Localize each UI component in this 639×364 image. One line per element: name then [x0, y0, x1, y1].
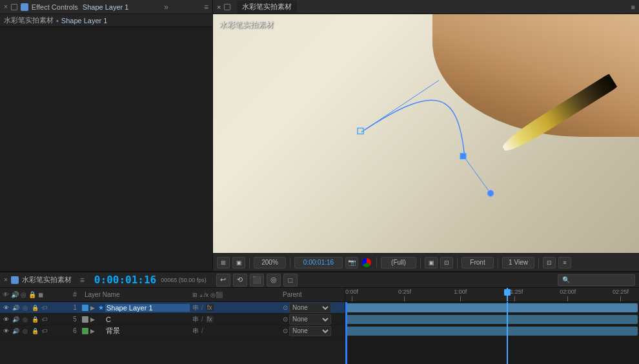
effect-controls-expand[interactable]: »	[164, 3, 168, 12]
layer-lock-icon[interactable]: 🔒	[30, 327, 39, 336]
layer-solo-icon[interactable]: ◎	[21, 303, 30, 312]
track-clip[interactable]	[347, 303, 637, 312]
timeline-section: × 水彩笔实拍素材 ≡ 0:00:01:16 00065 (50.00 fps)…	[0, 271, 639, 364]
comp-monitor3-btn[interactable]: ⊡	[440, 257, 453, 268]
tl-tool-4[interactable]: ◎	[267, 274, 281, 287]
layer-eye-icon[interactable]: 👁	[1, 327, 10, 336]
layer-audio-icon[interactable]: 🔊	[11, 303, 20, 312]
comp-monitor2-btn[interactable]: ▣	[425, 257, 438, 268]
toolbar-divider-5	[457, 258, 458, 268]
timeline-title: 水彩笔实拍素材	[22, 275, 72, 285]
layer-tag-icon[interactable]: 🏷	[40, 327, 49, 336]
layer-fx-label[interactable]: fx	[206, 316, 214, 323]
timeline-time-display[interactable]: 0:00:01:16	[94, 274, 156, 286]
layer-row[interactable]: 👁 🔊 ◎ 🔒 🏷 5 ▶ C 串 / fx ⊙ None	[0, 314, 345, 325]
timeline-ruler[interactable]: 0:00f 0:25f 1:00f 01:25f 02:00f 02:25f	[345, 288, 639, 302]
lock-icon	[11, 4, 17, 10]
track-clip[interactable]	[347, 327, 637, 336]
layer-expand-btn[interactable]: ▶	[90, 328, 98, 334]
layer-panel: 👁 🔊 ◎ 🔒 ◼ # Layer Name ⊞ ⟁ /x ◎⬛ Parent …	[0, 288, 345, 364]
ruler-tick	[352, 296, 352, 301]
layer-controls: 👁 🔊 ◎ 🔒 🏷	[0, 327, 68, 336]
layer-expand-btn[interactable]: ▶	[90, 316, 98, 323]
layer-name[interactable]: 背景	[106, 326, 190, 336]
layer-switch-chain[interactable]: 串	[192, 327, 199, 336]
composition-close[interactable]: ×	[217, 3, 221, 11]
layer-audio-icon[interactable]: 🔊	[11, 327, 20, 336]
layer-fx-label[interactable]: fx	[206, 304, 214, 311]
layer-eye-icon[interactable]: 👁	[1, 303, 10, 312]
breadcrumb-comp-name[interactable]: 水彩笔实拍素材	[4, 15, 54, 25]
layer-row[interactable]: 👁 🔊 ◎ 🔒 🏷 1 ▶ ★ Shape Layer 1 串 / fx ⊙ N…	[0, 302, 345, 314]
ruler-mark: 1:00f	[454, 288, 467, 301]
layer-lock-icon[interactable]: 🔒	[30, 315, 39, 324]
col-color-icon: ◼	[38, 291, 43, 298]
col-name-header: Layer Name	[82, 291, 190, 298]
timeline-close[interactable]: ×	[4, 276, 8, 283]
col-eye-icon: 👁	[3, 291, 9, 298]
layer-switch-chain[interactable]: 串	[192, 303, 199, 312]
layer-tag-icon[interactable]: 🏷	[40, 303, 49, 312]
layer-name[interactable]: C	[106, 316, 190, 323]
layer-switch-slash: /	[201, 304, 203, 311]
composition-menu[interactable]: ≡	[631, 3, 635, 11]
col-solo-icon: ◎	[21, 291, 26, 298]
comp-timecode-btn[interactable]: 0:00:01:16	[294, 257, 343, 268]
composition-header: × 水彩笔实拍素材 ≡	[213, 0, 639, 14]
comp-grid-btn[interactable]: ⊞	[217, 257, 230, 268]
layer-audio-icon[interactable]: 🔊	[11, 315, 20, 324]
layer-parent-control: ⊙ None	[280, 326, 345, 336]
comp-extra-2[interactable]: ≡	[558, 257, 571, 268]
parent-select[interactable]: None	[289, 303, 331, 313]
layer-number: 6	[68, 327, 82, 334]
layer-star-icon[interactable]: ★	[98, 304, 104, 311]
effect-controls-panel-icon	[21, 3, 28, 11]
toolbar-divider-2	[290, 258, 290, 268]
layer-switch-chain[interactable]: 串	[192, 315, 199, 324]
layer-switches: 串 / fx	[190, 303, 280, 312]
layer-tag-icon[interactable]: 🏷	[40, 315, 49, 324]
layer-solo-icon[interactable]: ◎	[21, 327, 30, 336]
layer-row[interactable]: 👁 🔊 ◎ 🔒 🏷 6 ▶ 背景 串 / ⊙ None	[0, 325, 345, 337]
effect-controls-close[interactable]: ×	[4, 3, 8, 10]
tl-tool-5[interactable]: □	[283, 274, 298, 287]
layer-name[interactable]: Shape Layer 1	[105, 304, 190, 312]
parent-select[interactable]: None	[289, 326, 331, 336]
track-row[interactable]	[345, 325, 639, 337]
comp-monitor-btn[interactable]: ▣	[232, 257, 245, 268]
comp-zoom-btn[interactable]: 200%	[254, 257, 286, 268]
parent-select[interactable]: None	[289, 314, 331, 325]
ruler-playhead-overlay	[507, 288, 508, 301]
layer-solo-icon[interactable]: ◎	[21, 315, 30, 324]
track-row[interactable]	[345, 314, 639, 325]
composition-tab[interactable]: 水彩笔实拍素材	[237, 1, 297, 13]
track-row[interactable]	[345, 302, 639, 314]
composition-tab-label: 水彩笔实拍素材	[242, 2, 292, 12]
track-clip[interactable]	[347, 315, 637, 324]
comp-view-count-btn[interactable]: 1 View	[502, 257, 534, 268]
parent-chain-icon: ⊙	[283, 304, 288, 311]
effect-controls-panel: × Effect Controls Shape Layer 1 » ≡ 水彩笔实…	[0, 0, 213, 271]
tl-tool-3[interactable]: ⬛	[250, 274, 264, 287]
layer-expand-btn[interactable]: ▶	[90, 305, 98, 311]
breadcrumb-layer-name[interactable]: Shape Layer 1	[61, 17, 108, 25]
comp-color-wheel[interactable]	[362, 258, 371, 267]
timeline-menu[interactable]: ≡	[80, 276, 85, 285]
toolbar-divider-6	[498, 258, 498, 268]
ruler-mark-label: 1:00f	[454, 288, 467, 295]
timeline-search-input[interactable]	[558, 274, 635, 286]
tl-tool-1[interactable]: ↩	[216, 274, 230, 287]
effect-controls-menu[interactable]: ≡	[204, 3, 208, 12]
comp-camera-btn[interactable]: 📷	[345, 257, 358, 268]
layer-number: 5	[68, 316, 82, 323]
layer-eye-icon[interactable]: 👁	[1, 315, 10, 324]
ruler-tick	[514, 296, 515, 301]
comp-view-btn[interactable]: Front	[462, 257, 494, 268]
tl-tool-2[interactable]: ⟲	[233, 274, 247, 287]
composition-background: 水彩笔实拍素材	[213, 14, 639, 253]
layer-lock-icon[interactable]: 🔒	[30, 303, 39, 312]
comp-extra-1[interactable]: ⊡	[543, 257, 556, 268]
comp-quality-btn[interactable]: (Full)	[381, 257, 416, 268]
ruler-mark-label: 02:00f	[560, 288, 576, 295]
composition-viewport[interactable]: 水彩笔实拍素材	[213, 14, 639, 253]
